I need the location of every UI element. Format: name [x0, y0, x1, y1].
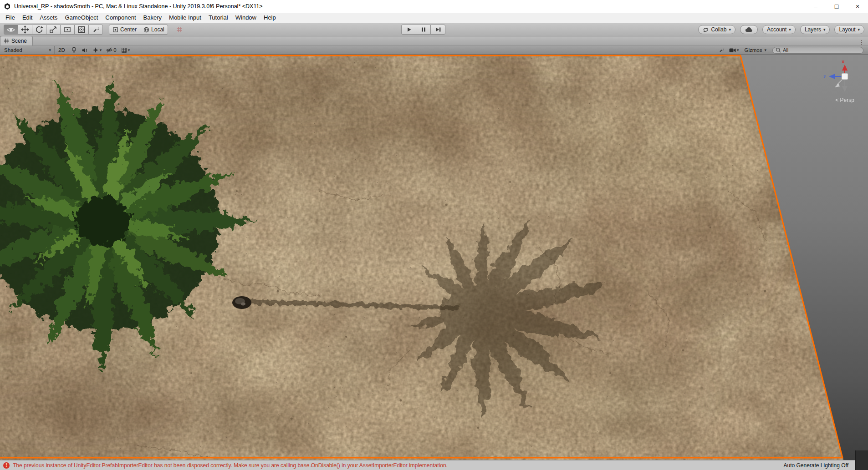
collab-dropdown[interactable]: Collab ▾	[698, 25, 735, 34]
pause-icon	[421, 27, 426, 32]
hidden-eye-icon	[106, 47, 112, 53]
grid-caret-icon: ▾	[128, 48, 130, 52]
lightbulb-icon	[71, 47, 77, 53]
toggle-2d-button[interactable]: 2D	[55, 46, 69, 54]
space-mode-button[interactable]: Local	[140, 25, 168, 35]
view-tool-button[interactable]	[4, 25, 18, 35]
scene-control-bar: Shaded ▾ 2D ▾ 0 ▾	[0, 46, 868, 55]
search-input[interactable]	[783, 47, 851, 53]
effects-caret-icon: ▾	[100, 48, 102, 52]
transform-tools-group	[4, 25, 103, 35]
axis-z-label: z	[823, 74, 826, 79]
console-error-message[interactable]: The previous instance of UnityEditor.Pre…	[13, 462, 448, 469]
grid-snap-icon	[176, 26, 183, 33]
palm-trunk-top[interactable]	[232, 296, 251, 309]
local-space-icon	[143, 27, 149, 33]
grid-snap-button-disabled[interactable]	[174, 25, 185, 35]
auto-generate-lighting-status[interactable]: Auto Generate Lighting Off	[783, 462, 848, 469]
menu-mobile-input[interactable]: Mobile Input	[165, 13, 205, 23]
scene-camera-dropdown[interactable]: ▾	[727, 48, 741, 53]
menu-bar: File Edit Assets GameObject Component Ba…	[0, 13, 868, 23]
menu-gameobject[interactable]: GameObject	[61, 13, 102, 23]
scene-audio-toggle[interactable]	[79, 46, 90, 54]
close-button[interactable]: ×	[847, 0, 868, 13]
menu-component[interactable]: Component	[102, 13, 139, 23]
account-caret-icon: ▾	[789, 28, 791, 32]
step-icon	[435, 27, 441, 32]
unity-logo-icon	[4, 3, 11, 10]
scene-tab-grid-icon	[4, 38, 9, 44]
effects-star-icon	[92, 47, 99, 53]
rotate-tool-icon	[35, 25, 43, 34]
play-icon	[406, 26, 412, 33]
pivot-mode-button[interactable]: Center	[109, 25, 140, 35]
gizmos-dropdown[interactable]: Gizmos ▾	[741, 47, 770, 53]
transform-tool-button[interactable]	[74, 25, 89, 35]
menu-file[interactable]: File	[2, 13, 19, 23]
play-button[interactable]	[401, 25, 416, 35]
menu-help[interactable]: Help	[260, 13, 280, 23]
scene-canvas[interactable]	[0, 55, 868, 460]
scene-tools-button[interactable]	[716, 47, 727, 53]
gizmo-center-cube[interactable]	[842, 73, 848, 80]
custom-tool-icon	[92, 25, 100, 34]
scene-search-field[interactable]	[772, 47, 863, 54]
axis-aux-cone[interactable]	[835, 83, 840, 87]
collab-label: Collab	[711, 26, 726, 33]
hidden-count: 0	[113, 47, 116, 53]
transform-tool-icon	[77, 25, 86, 34]
rotate-tool-button[interactable]	[32, 25, 46, 35]
layout-label: Layout	[839, 26, 855, 33]
axis-z-cone[interactable]	[829, 74, 835, 79]
axis-y-cone[interactable]	[842, 86, 848, 92]
scene-visibility-toggle[interactable]: 0	[104, 46, 118, 54]
move-tool-button[interactable]	[18, 25, 32, 35]
search-icon	[776, 47, 781, 53]
scene-tab-bar: Scene ⋮	[0, 36, 868, 46]
wrench-icon	[718, 47, 725, 53]
camera-icon	[729, 48, 736, 53]
rect-tool-button[interactable]	[60, 25, 75, 35]
main-toolbar: Center Local	[0, 23, 868, 36]
scene-lighting-toggle[interactable]	[69, 46, 79, 54]
scene-grid-dropdown[interactable]: ▾	[119, 46, 133, 54]
menu-assets[interactable]: Assets	[36, 13, 61, 23]
menu-tutorial[interactable]: Tutorial	[205, 13, 232, 23]
layers-dropdown[interactable]: Layers ▾	[800, 25, 830, 34]
projection-label[interactable]: < Persp	[835, 97, 854, 103]
layout-caret-icon: ▾	[858, 28, 860, 32]
layers-caret-icon: ▾	[823, 28, 826, 32]
account-dropdown[interactable]: Account ▾	[762, 25, 796, 34]
maximize-button[interactable]: □	[826, 0, 847, 13]
minimize-button[interactable]: –	[805, 0, 826, 13]
window-resize-grip[interactable]	[855, 450, 868, 470]
view-tool-icon	[7, 27, 15, 33]
tab-overflow-menu-icon[interactable]: ⋮	[855, 39, 868, 45]
pivot-mode-label: Center	[120, 26, 137, 33]
layers-label: Layers	[805, 26, 821, 33]
layout-dropdown[interactable]: Layout ▾	[834, 25, 864, 34]
scene-effects-dropdown[interactable]: ▾	[90, 46, 104, 54]
custom-tool-button[interactable]	[88, 25, 103, 35]
pause-button[interactable]	[416, 25, 431, 35]
menu-edit[interactable]: Edit	[19, 13, 36, 23]
scale-tool-button[interactable]	[46, 25, 61, 35]
draw-mode-dropdown[interactable]: Shaded ▾	[1, 46, 55, 54]
axis-aux-arm[interactable]	[837, 79, 842, 85]
axis-x-cone[interactable]	[842, 65, 848, 71]
scene-viewport[interactable]: x z < Persp	[0, 55, 868, 460]
collab-icon	[703, 27, 709, 33]
step-button[interactable]	[430, 25, 445, 35]
tab-scene[interactable]: Scene	[0, 36, 33, 45]
window-title: Universal_RP - shadowSmoth - PC, Mac & L…	[14, 3, 263, 10]
playmode-controls	[401, 25, 445, 35]
menu-window[interactable]: Window	[232, 13, 260, 23]
orientation-gizmo[interactable]: x z < Persp	[816, 58, 868, 106]
gizmos-label: Gizmos	[744, 47, 762, 53]
window-titlebar: Universal_RP - shadowSmoth - PC, Mac & L…	[0, 0, 868, 13]
cloud-services-button[interactable]	[740, 25, 758, 34]
status-bar: ! The previous instance of UnityEditor.P…	[0, 460, 868, 470]
rect-tool-icon	[63, 25, 71, 34]
menu-bakery[interactable]: Bakery	[140, 13, 165, 23]
scene-tab-label: Scene	[11, 38, 27, 44]
